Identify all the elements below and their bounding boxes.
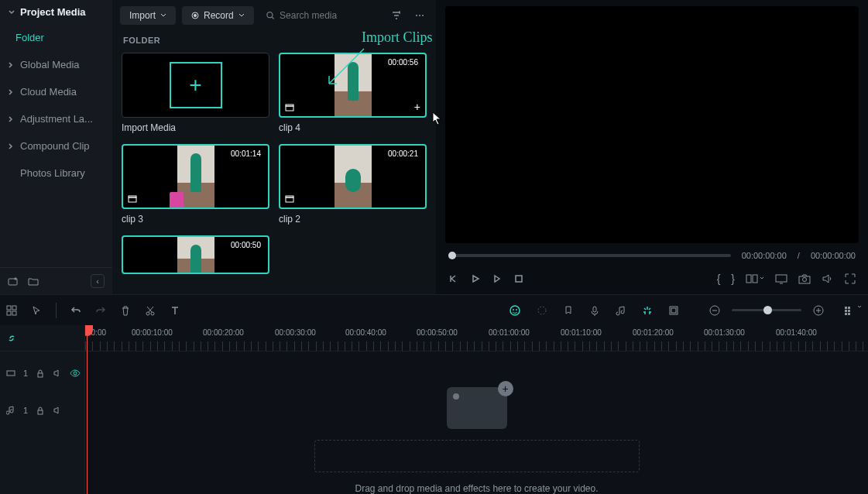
fullscreen-icon[interactable] bbox=[845, 273, 856, 284]
marker-icon[interactable] bbox=[563, 305, 574, 316]
sidebar-item-photos-library[interactable]: Photos Library bbox=[0, 160, 112, 187]
svg-rect-22 bbox=[12, 311, 16, 315]
add-clip-icon[interactable]: + bbox=[414, 101, 420, 113]
timeline-canvas[interactable]: 00:00 00:00:10:00 00:00:20:00 00:00:30:0… bbox=[85, 325, 868, 494]
track-number: 1 bbox=[23, 406, 28, 415]
view-options-icon[interactable] bbox=[843, 305, 862, 316]
svg-rect-13 bbox=[516, 276, 522, 282]
media-grid: + Import Media 00:00:56 + clip 4 00:01:1… bbox=[112, 53, 436, 274]
svg-point-18 bbox=[803, 278, 807, 282]
new-folder-icon[interactable] bbox=[8, 276, 19, 286]
play-icon[interactable] bbox=[470, 273, 481, 284]
track-number: 1 bbox=[23, 369, 28, 378]
mute-icon[interactable] bbox=[53, 369, 62, 378]
sidebar-item-compound-clip[interactable]: Compound Clip bbox=[0, 132, 112, 160]
clip-tile[interactable]: 00:00:50 bbox=[122, 235, 269, 274]
mark-out-icon[interactable]: } bbox=[731, 273, 735, 285]
svg-rect-16 bbox=[776, 275, 787, 282]
search-input[interactable] bbox=[280, 10, 376, 21]
clip-tile[interactable]: 00:01:14 clip 3 bbox=[122, 144, 269, 225]
sidebar-folder-active[interactable]: Folder bbox=[0, 24, 112, 51]
next-frame-icon[interactable] bbox=[492, 273, 503, 284]
cut-icon[interactable] bbox=[145, 305, 156, 316]
grid-icon[interactable] bbox=[6, 305, 17, 316]
audio-icon[interactable] bbox=[616, 305, 626, 316]
track-type-icon bbox=[6, 369, 15, 378]
mute-icon[interactable] bbox=[53, 406, 62, 415]
svg-rect-21 bbox=[7, 311, 11, 315]
delete-icon[interactable] bbox=[120, 305, 131, 316]
drop-thumb-icon: + bbox=[447, 387, 507, 429]
audio-track-header[interactable]: 1 bbox=[0, 395, 84, 426]
svg-rect-43 bbox=[38, 410, 43, 414]
clip-duration: 00:01:14 bbox=[228, 149, 263, 159]
preview-scrubber-row: 00:00:00:00 / 00:00:00:00 bbox=[445, 243, 859, 268]
svg-rect-29 bbox=[593, 307, 596, 312]
pointer-icon[interactable] bbox=[31, 305, 42, 316]
svg-point-3 bbox=[267, 12, 273, 17]
timeline-ruler[interactable]: 00:00 00:00:10:00 00:00:20:00 00:00:30:0… bbox=[85, 325, 868, 352]
video-track-header[interactable]: 1 bbox=[0, 352, 84, 395]
svg-rect-11 bbox=[286, 197, 293, 202]
undo-icon[interactable] bbox=[70, 305, 81, 316]
zoom-in-icon[interactable] bbox=[812, 304, 825, 317]
record-button[interactable]: Record bbox=[182, 6, 254, 25]
sidebar-item-cloud-media[interactable]: Cloud Media bbox=[0, 78, 112, 105]
display-icon[interactable] bbox=[775, 273, 787, 284]
svg-rect-36 bbox=[845, 310, 847, 312]
svg-point-6 bbox=[422, 15, 424, 16]
clip-label: Import Media bbox=[122, 122, 269, 133]
preview-canvas[interactable] bbox=[445, 6, 859, 243]
snapshot-icon[interactable] bbox=[798, 273, 811, 284]
timeline-drop-zone[interactable]: + Drag and drop media and effects here t… bbox=[314, 387, 640, 494]
lock-icon[interactable] bbox=[36, 369, 45, 378]
sidebar-title[interactable]: Project Media bbox=[0, 0, 112, 24]
plus-icon: + bbox=[498, 381, 513, 396]
chevron-right-icon bbox=[8, 116, 14, 122]
ruler-label: 00:01:40:00 bbox=[776, 328, 817, 337]
svg-point-4 bbox=[416, 15, 417, 16]
sidebar-item-global-media[interactable]: Global Media bbox=[0, 51, 112, 78]
ruler-label: 00:01:00:00 bbox=[489, 328, 530, 337]
visibility-icon[interactable] bbox=[70, 369, 81, 378]
collapse-sidebar-button[interactable]: ‹ bbox=[91, 274, 105, 288]
volume-icon[interactable] bbox=[822, 273, 834, 284]
zoom-slider[interactable] bbox=[732, 309, 801, 311]
ruler-label: 00:00:30:00 bbox=[275, 328, 316, 337]
plus-icon: + bbox=[170, 62, 222, 108]
crop-icon[interactable] bbox=[668, 305, 679, 316]
clip-tile[interactable]: 00:00:21 clip 2 bbox=[279, 144, 427, 225]
prev-frame-icon[interactable] bbox=[448, 273, 459, 284]
import-button[interactable]: Import bbox=[120, 6, 176, 25]
search-field[interactable] bbox=[260, 6, 382, 25]
svg-point-42 bbox=[74, 372, 77, 375]
ruler-label: 00:00:50:00 bbox=[417, 328, 458, 337]
mark-in-icon[interactable]: { bbox=[717, 273, 721, 285]
text-icon[interactable] bbox=[170, 305, 180, 316]
time-current: 00:00:00:00 bbox=[742, 251, 787, 260]
filter-icon[interactable] bbox=[388, 7, 405, 24]
stop-icon[interactable] bbox=[513, 273, 524, 284]
import-media-tile[interactable]: + Import Media bbox=[122, 53, 269, 133]
scrubber[interactable] bbox=[448, 254, 731, 257]
svg-rect-10 bbox=[129, 196, 136, 197]
clip-tile[interactable]: 00:00:56 + clip 4 bbox=[279, 53, 427, 133]
lock-icon[interactable] bbox=[36, 406, 45, 415]
ai-icon[interactable] bbox=[509, 304, 521, 317]
redo-icon[interactable] bbox=[95, 305, 106, 316]
track-headers: 1 1 bbox=[0, 325, 85, 494]
mic-icon[interactable] bbox=[589, 305, 600, 316]
zoom-out-icon[interactable] bbox=[708, 304, 721, 317]
folder-icon[interactable] bbox=[28, 276, 39, 286]
compare-icon[interactable] bbox=[746, 273, 764, 284]
sidebar-footer: ‹ bbox=[0, 267, 112, 294]
magnet-icon[interactable] bbox=[642, 305, 653, 316]
sidebar: Project Media Folder Global Media Cloud … bbox=[0, 0, 112, 294]
playhead[interactable] bbox=[87, 325, 87, 494]
more-icon[interactable] bbox=[411, 7, 428, 24]
video-icon bbox=[285, 104, 294, 113]
sidebar-item-adjustment-layer[interactable]: Adjustment La... bbox=[0, 105, 112, 132]
svg-rect-8 bbox=[286, 105, 293, 106]
link-icon[interactable] bbox=[6, 333, 17, 344]
color-icon[interactable] bbox=[537, 305, 547, 316]
